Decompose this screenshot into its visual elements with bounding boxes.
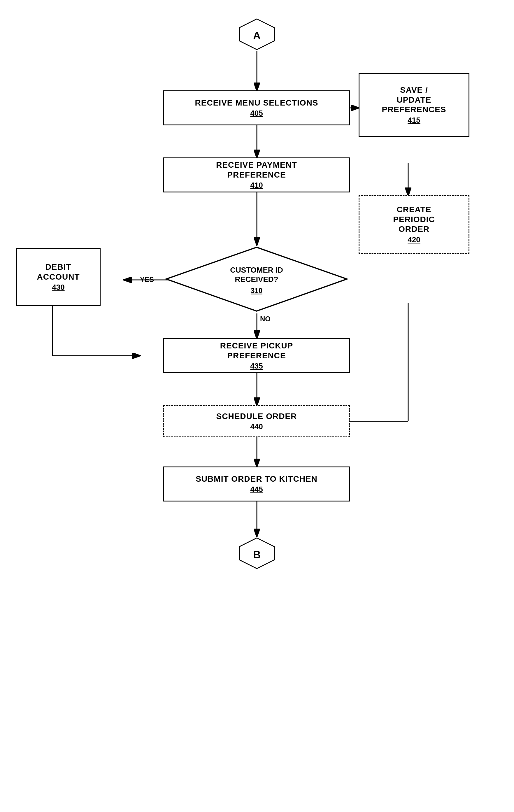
svg-text:B: B [253, 549, 261, 561]
terminal-b: B [238, 536, 276, 571]
node-445: SUBMIT ORDER TO KITCHEN 445 [163, 466, 350, 501]
no-label: NO [260, 315, 270, 323]
node-410: RECEIVE PAYMENTPREFERENCE 410 [163, 157, 350, 193]
node-415: SAVE / UPDATE PREFERENCES 415 [359, 73, 469, 137]
svg-text:RECEIVED?: RECEIVED? [235, 275, 279, 284]
node-435: RECEIVE PICKUPPREFERENCE 435 [163, 338, 350, 373]
terminal-a: A [238, 18, 276, 52]
svg-text:310: 310 [251, 287, 262, 294]
yes-label: YES [140, 276, 154, 284]
node-420: CREATEPERIODICORDER 420 [359, 195, 469, 254]
node-405: RECEIVE MENU SELECTIONS 405 [163, 90, 350, 125]
flowchart: A RECEIVE MENU SELECTIONS 405 SAVE / UPD… [0, 0, 514, 812]
node-440: SCHEDULE ORDER 440 [163, 405, 350, 437]
svg-text:A: A [253, 30, 261, 42]
node-310-diamond: CUSTOMER ID RECEIVED? 310 [163, 245, 350, 313]
svg-text:CUSTOMER ID: CUSTOMER ID [230, 266, 283, 274]
node-430: DEBITACCOUNT 430 [16, 248, 101, 306]
